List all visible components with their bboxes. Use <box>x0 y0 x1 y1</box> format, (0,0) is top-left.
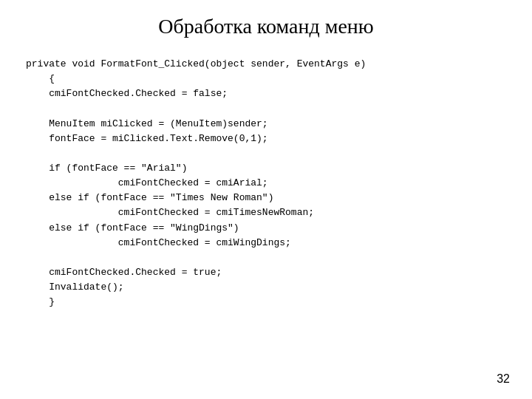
slide-number: 32 <box>497 372 510 386</box>
slide-title: Обработка команд меню <box>22 15 510 42</box>
code-block: private void FormatFont_Clicked(object s… <box>22 57 510 310</box>
slide-container: Обработка команд меню private void Forma… <box>0 0 532 399</box>
